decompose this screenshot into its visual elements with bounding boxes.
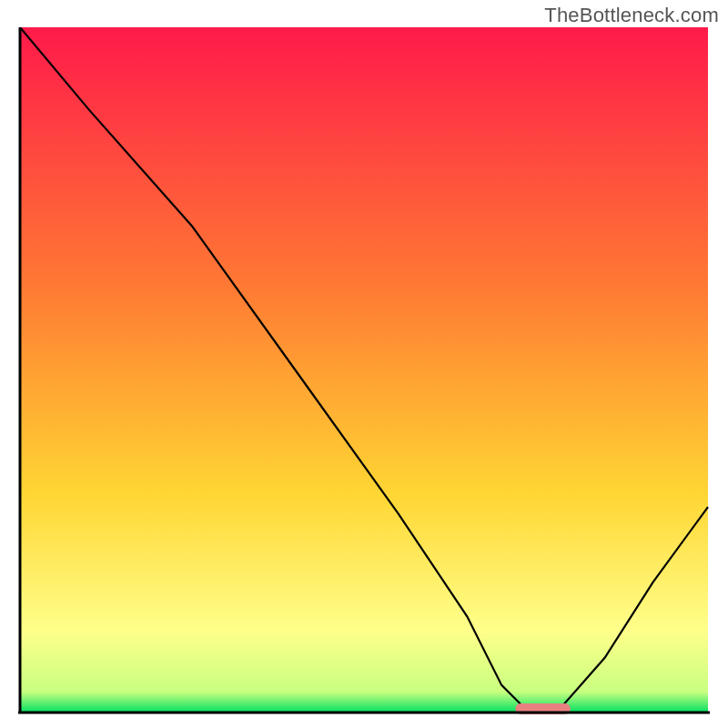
- chart-container: TheBottleneck.com: [0, 0, 728, 728]
- plot-area: [18, 27, 710, 714]
- gradient-background: [20, 27, 708, 713]
- chart-svg: [18, 27, 710, 714]
- watermark-label: TheBottleneck.com: [544, 4, 719, 27]
